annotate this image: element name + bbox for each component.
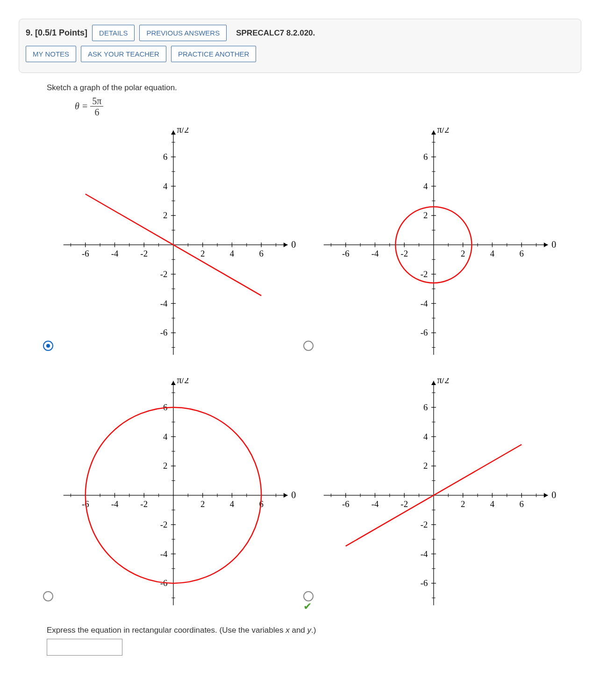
- svg-text:-2: -2: [160, 520, 168, 529]
- ask-teacher-button[interactable]: ASK YOUR TEACHER: [81, 46, 166, 62]
- svg-text:2: 2: [200, 249, 205, 258]
- svg-text:-2: -2: [421, 269, 428, 279]
- svg-text:6: 6: [259, 249, 263, 258]
- polar-plot: -6-4-2246642-2-4-6 π/2 0: [316, 128, 563, 362]
- choice-a: -6-4-2246642-2-4-6 π/2 0: [56, 128, 302, 364]
- svg-text:0: 0: [551, 490, 556, 500]
- svg-text:2: 2: [461, 249, 465, 258]
- svg-text:2: 2: [163, 210, 167, 220]
- svg-text:π/2: π/2: [177, 128, 189, 135]
- svg-text:-2: -2: [160, 269, 168, 279]
- svg-text:π/2: π/2: [437, 378, 449, 385]
- svg-text:-6: -6: [342, 499, 350, 509]
- svg-text:-4: -4: [371, 499, 379, 509]
- svg-text:-6: -6: [421, 578, 428, 588]
- svg-text:0: 0: [551, 239, 556, 250]
- radio-choice-c[interactable]: [43, 591, 53, 601]
- svg-text:-4: -4: [421, 299, 428, 308]
- answer-choices-grid: -6-4-2246642-2-4-6 π/2 0 -6-4-2246642-2-…: [56, 128, 563, 614]
- header-row-2: MY NOTES ASK YOUR TEACHER PRACTICE ANOTH…: [26, 46, 574, 62]
- svg-text:-4: -4: [111, 499, 119, 509]
- svg-text:-4: -4: [160, 299, 168, 308]
- svg-text:6: 6: [519, 249, 523, 258]
- svg-text:2: 2: [200, 499, 205, 509]
- svg-marker-97: [171, 381, 176, 385]
- svg-text:2: 2: [423, 210, 428, 220]
- svg-text:2: 2: [461, 499, 465, 509]
- svg-marker-143: [544, 493, 548, 498]
- polar-equation: θ = 5π6: [75, 96, 581, 118]
- svg-text:4: 4: [163, 432, 168, 442]
- svg-text:4: 4: [230, 499, 235, 509]
- rectangular-answer-input[interactable]: [47, 639, 122, 656]
- choice-c: -6-4-2246642-2-4-6 π/2 0: [56, 378, 302, 614]
- rectangular-prompt: Express the equation in rectangular coor…: [47, 626, 581, 635]
- svg-text:-4: -4: [160, 549, 168, 559]
- my-notes-button[interactable]: MY NOTES: [26, 46, 76, 62]
- svg-text:-2: -2: [140, 499, 148, 509]
- svg-text:4: 4: [490, 249, 495, 258]
- svg-text:-4: -4: [111, 249, 119, 258]
- previous-answers-button[interactable]: PREVIOUS ANSWERS: [139, 25, 227, 41]
- choice-b: -6-4-2246642-2-4-6 π/2 0: [316, 128, 563, 364]
- polar-plot: -6-4-2246642-2-4-6 π/2 0: [316, 378, 563, 613]
- question-number: 9. [0.5/1 Points]: [26, 28, 87, 38]
- svg-text:6: 6: [423, 152, 428, 162]
- svg-marker-50: [431, 130, 436, 135]
- svg-marker-3: [171, 130, 176, 135]
- svg-marker-144: [431, 381, 436, 385]
- correct-check-icon: ✔: [303, 600, 312, 613]
- svg-text:6: 6: [163, 152, 167, 162]
- svg-text:4: 4: [423, 181, 428, 191]
- svg-text:-2: -2: [421, 520, 428, 529]
- question-header: 9. [0.5/1 Points] DETAILS PREVIOUS ANSWE…: [19, 19, 581, 73]
- radio-choice-d[interactable]: [303, 591, 314, 601]
- radio-choice-a[interactable]: [43, 341, 53, 351]
- svg-text:4: 4: [423, 432, 428, 442]
- svg-text:0: 0: [291, 490, 296, 500]
- svg-marker-2: [284, 243, 288, 247]
- svg-text:6: 6: [519, 499, 523, 509]
- svg-text:0: 0: [291, 239, 296, 250]
- details-button[interactable]: DETAILS: [92, 25, 135, 41]
- choice-d: ✔ -6-4-2246642-2-4-6 π/2 0: [316, 378, 563, 614]
- svg-text:-6: -6: [82, 249, 89, 258]
- svg-text:π/2: π/2: [437, 128, 449, 135]
- svg-text:-2: -2: [140, 249, 148, 258]
- svg-text:-4: -4: [371, 249, 379, 258]
- polar-plot: -6-4-2246642-2-4-6 π/2 0: [56, 378, 302, 613]
- radio-choice-b[interactable]: [303, 341, 314, 351]
- svg-marker-49: [544, 243, 548, 247]
- svg-text:-6: -6: [160, 328, 168, 337]
- svg-text:-4: -4: [421, 549, 428, 559]
- svg-text:-6: -6: [342, 249, 350, 258]
- svg-text:-2: -2: [400, 249, 408, 258]
- svg-text:4: 4: [163, 181, 168, 191]
- question-prompt: Sketch a graph of the polar equation.: [47, 83, 581, 93]
- svg-marker-96: [284, 493, 288, 498]
- practice-another-button[interactable]: PRACTICE ANOTHER: [171, 46, 257, 62]
- svg-text:4: 4: [230, 249, 235, 258]
- svg-text:-2: -2: [400, 499, 408, 509]
- svg-text:2: 2: [163, 461, 167, 471]
- svg-text:-6: -6: [421, 328, 428, 337]
- svg-text:π/2: π/2: [177, 378, 189, 385]
- svg-text:6: 6: [423, 402, 428, 412]
- header-row-1: 9. [0.5/1 Points] DETAILS PREVIOUS ANSWE…: [26, 25, 574, 41]
- svg-text:2: 2: [423, 461, 428, 471]
- polar-plot: -6-4-2246642-2-4-6 π/2 0: [56, 128, 302, 362]
- svg-text:4: 4: [490, 499, 495, 509]
- textbook-reference: SPRECALC7 8.2.020.: [236, 29, 315, 38]
